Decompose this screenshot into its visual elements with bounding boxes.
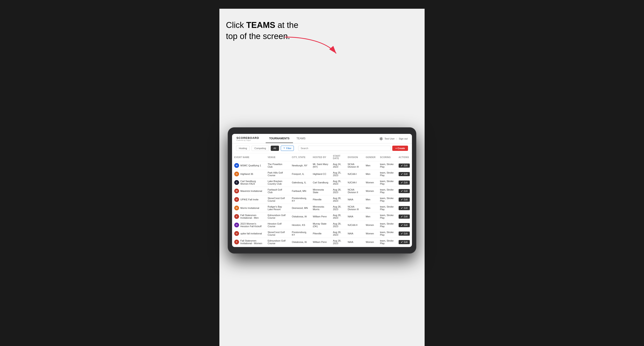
tournaments-table: EVENT NAME VENUE CITY, STATE HOSTED BY S…	[232, 153, 412, 247]
event-icon: M	[234, 163, 239, 168]
sign-out-link[interactable]: Sign out	[399, 137, 408, 140]
tournaments-table-container: EVENT NAME VENUE CITY, STATE HOSTED BY S…	[232, 153, 412, 247]
city-state: Hesston, KS	[290, 221, 311, 229]
event-name-cell: H 2023 Women's Hesston Fall Kickoff	[232, 221, 266, 229]
event-name-cell: F Fall Statesmen Invitational - Women	[232, 238, 266, 246]
actions-cell: Edit	[396, 246, 412, 247]
division: NJCAA II	[346, 246, 364, 247]
col-gender: GENDER	[364, 153, 378, 161]
scoring: team, Stroke Play	[378, 178, 396, 187]
event-name: UPIKE Fall Invite	[240, 198, 258, 201]
hosted-by: Murray State (OK)	[311, 221, 331, 229]
edit-button[interactable]: Edit	[399, 206, 410, 210]
hosted-by: William Penn	[311, 212, 331, 221]
city-state: Prestonsburg, KY	[290, 229, 311, 238]
nav-teams[interactable]: TEAMS	[293, 134, 309, 143]
event-icon: U	[234, 231, 239, 236]
event-name-cell: U UPIKE Fall Invite	[232, 195, 266, 204]
col-hosted-by: HOSTED BY	[311, 153, 331, 161]
scoring: team, Stroke Play	[378, 170, 396, 178]
event-name-cell: F Fall Statesmen Invitational - Men	[232, 212, 266, 221]
start-date: Aug 28, 2023	[331, 238, 346, 246]
hosting-button[interactable]: Hosting	[236, 146, 250, 151]
city-state: Galesburg, IL	[290, 178, 311, 187]
search-input[interactable]	[298, 146, 390, 151]
edit-button[interactable]: Edit	[399, 172, 410, 176]
edit-icon	[401, 207, 403, 209]
hosted-by: Pikeville	[311, 195, 331, 204]
edit-button[interactable]: Edit	[399, 180, 410, 185]
table-row: F Fall Statesmen Invitational - Men Edmu…	[232, 212, 412, 221]
city-state: Freeport, IL	[290, 170, 311, 178]
gear-icon[interactable]	[379, 137, 383, 140]
edit-icon	[401, 165, 403, 167]
event-name: Morris Invitational	[240, 207, 259, 209]
table-row: M Morris Invitational Ruttger's Bay Lake…	[232, 204, 412, 212]
division: NCAA Division II	[346, 187, 364, 195]
scoring: team, Stroke Play	[378, 238, 396, 246]
city-state: Faribault, MN	[290, 187, 311, 195]
city-state: Vincennes, IN	[290, 246, 311, 247]
competing-button[interactable]: Competing	[252, 146, 269, 151]
col-venue: VENUE	[266, 153, 290, 161]
event-name-cell: V VU PREVIEW	[232, 246, 266, 247]
event-icon: F	[234, 214, 239, 219]
start-date: Aug 28, 2023	[331, 212, 346, 221]
edit-button[interactable]: Edit	[399, 197, 410, 202]
table-row: M Maverick Invitational Faribault Golf C…	[232, 187, 412, 195]
hosted-by: William Penn	[311, 238, 331, 246]
actions-cell: Edit	[396, 221, 412, 229]
filter-button[interactable]: Filter	[281, 146, 294, 151]
actions-cell: Edit	[396, 178, 412, 187]
create-button[interactable]: + Create	[392, 146, 408, 151]
start-date: Aug 28, 2023	[331, 246, 346, 247]
all-button[interactable]: All	[271, 146, 279, 151]
annotation-line1: Click TEAMS at the	[226, 20, 298, 31]
hosted-by: Minnesota-Morris	[311, 204, 331, 212]
edit-button[interactable]: Edit	[399, 231, 410, 236]
venue: Edmundson Golf Course	[266, 238, 290, 246]
venue: Cypress Hills Golf Club	[266, 246, 290, 247]
city-state: Oskaloosa, IA	[290, 238, 311, 246]
event-name: 2023 Women's Hesston Fall Kickoff	[240, 222, 263, 228]
scoring: team, Stroke Play	[378, 195, 396, 204]
start-date: Aug 28, 2023	[331, 221, 346, 229]
event-icon: C	[234, 180, 239, 185]
start-date: Aug 28, 2023	[331, 195, 346, 204]
tablet-frame: SCOREBOARD Powered by clippit TOURNAMENT…	[228, 128, 416, 253]
division: NAIA	[346, 238, 364, 246]
event-name-cell: C Carl Sandburg Women FA23	[232, 178, 266, 187]
edit-button[interactable]: Edit	[399, 164, 410, 168]
edit-icon	[401, 215, 403, 218]
nav-right: Test User | Sign out	[379, 137, 408, 140]
edit-button[interactable]: Edit	[399, 223, 410, 227]
edit-button[interactable]: Edit	[399, 189, 410, 193]
event-name-cell: M MSMC Qualifying 1	[232, 161, 266, 170]
actions-cell: Edit	[396, 187, 412, 195]
event-name-cell: U upike fall invitational	[232, 229, 266, 238]
actions-cell: Edit	[396, 204, 412, 212]
edit-button[interactable]: Edit	[399, 240, 410, 244]
gender: Women	[364, 221, 378, 229]
table-row: V VU PREVIEW Cypress Hills Golf ClubVinc…	[232, 246, 412, 247]
gender: Men	[364, 195, 378, 204]
table-row: C Carl Sandburg Women FA23 Lake Bracken …	[232, 178, 412, 187]
nav-tournaments[interactable]: TOURNAMENTS	[266, 134, 293, 143]
logo-title: SCOREBOARD	[236, 136, 259, 140]
actions-cell: Edit	[396, 229, 412, 238]
division: NCAA Division III	[346, 204, 364, 212]
edit-button[interactable]: Edit	[399, 214, 410, 219]
scoring: team, Stroke Play	[378, 212, 396, 221]
scoring: team, Stroke Play	[378, 221, 396, 229]
event-name: upike fall invitational	[240, 232, 262, 235]
division: NJCAA I	[346, 170, 364, 178]
nav-links: TOURNAMENTS TEAMS	[266, 134, 379, 143]
col-division: DIVISION	[346, 153, 364, 161]
venue: Hesston Golf Course	[266, 221, 290, 229]
top-nav: SCOREBOARD Powered by clippit TOURNAMENT…	[232, 134, 412, 144]
venue: The Powelton Club	[266, 161, 290, 170]
event-icon: M	[234, 206, 239, 210]
division: NJCAA II	[346, 221, 364, 229]
city-state: Prestonsburg, KY	[290, 195, 311, 204]
city-state: Deerwood, MN	[290, 204, 311, 212]
